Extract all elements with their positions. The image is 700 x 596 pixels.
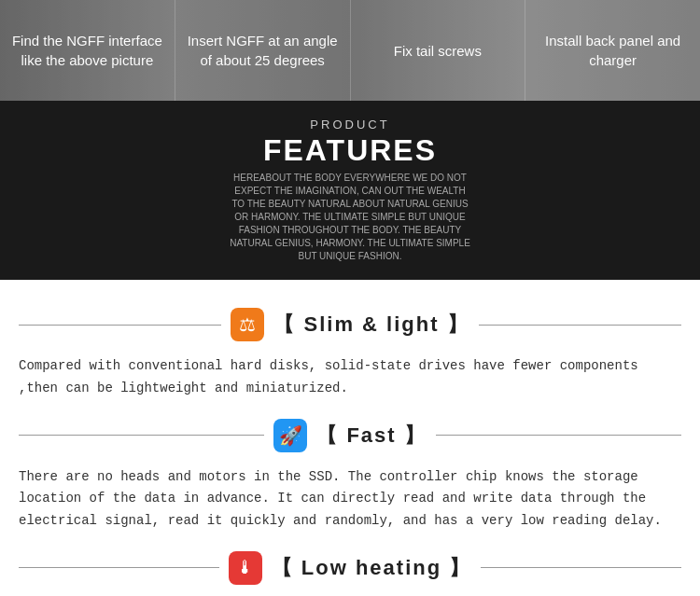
- low-heating-label: 【 Low heating 】: [272, 554, 472, 582]
- fast-label: 【 Fast 】: [316, 422, 426, 450]
- low-heating-icon: 🌡: [229, 551, 262, 585]
- section-line-left-2: [19, 435, 264, 436]
- top-banner: Find the NGFF interface like the above p…: [0, 0, 700, 101]
- section-line-right-1: [479, 325, 681, 326]
- step-4: Install back panel and charger: [525, 0, 700, 101]
- section-fast-header: 🚀 【 Fast 】: [19, 419, 681, 452]
- section-low-heating-header: 🌡 【 Low heating 】: [19, 551, 681, 585]
- slim-light-body: Compared with conventional hard disks, s…: [19, 355, 681, 400]
- fast-icon: 🚀: [273, 419, 307, 452]
- slim-light-label: 【 Slim & light 】: [273, 311, 469, 339]
- slim-light-icon: ⚖: [231, 308, 264, 341]
- step-1: Find the NGFF interface like the above p…: [0, 0, 175, 101]
- features-subtitle: HEREABOUT THE BODY EVERYWHERE WE DO NOT …: [229, 172, 471, 263]
- fast-body: There are no heads and motors in the SSD…: [19, 466, 681, 533]
- banner-steps: Find the NGFF interface like the above p…: [0, 0, 700, 101]
- features-header: PRODUCT FEATURES HEREABOUT THE BODY EVER…: [0, 101, 700, 280]
- features-title: FEATURES: [9, 133, 691, 168]
- step-3: Fix tail screws: [351, 0, 526, 101]
- section-line-right-2: [436, 435, 681, 436]
- step-2: Insert NGFF at an angle of about 25 degr…: [175, 0, 351, 101]
- section-slim-light-header: ⚖ 【 Slim & light 】: [19, 308, 681, 341]
- product-label: PRODUCT: [9, 118, 691, 132]
- section-line-right-3: [481, 567, 681, 568]
- content-area: ⚖ 【 Slim & light 】 Compared with convent…: [0, 280, 700, 596]
- section-line-left-1: [19, 325, 221, 326]
- section-line-left-3: [19, 567, 219, 568]
